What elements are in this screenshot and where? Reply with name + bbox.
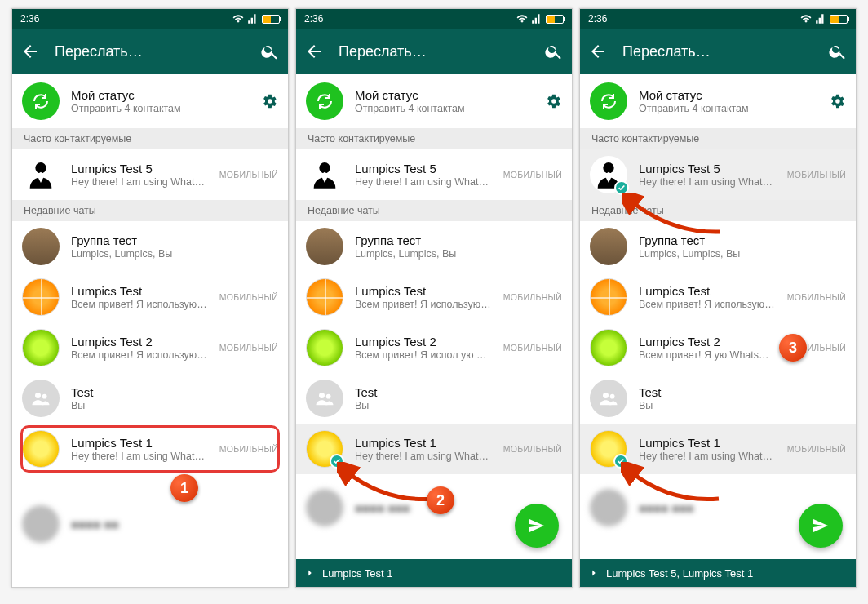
contact-lumpics-test[interactable]: Lumpics Test Всем привет! Я использую Wh… — [580, 272, 856, 322]
gear-icon[interactable] — [260, 92, 278, 110]
contact-lumpics-test-5[interactable]: Lumpics Test 5 Hey there! I am using Wha… — [12, 149, 288, 200]
svg-point-5 — [326, 394, 331, 399]
status-name: Мой статус — [639, 88, 817, 102]
app-header: Переслать… — [580, 29, 856, 74]
wifi-icon — [516, 13, 528, 24]
back-icon[interactable] — [588, 42, 608, 61]
contact-group-test[interactable]: Группа тест Lumpics, Lumpics, Вы — [580, 221, 856, 272]
avatar-blurred — [306, 489, 343, 526]
contact-name: Lumpics Test 2 — [71, 335, 208, 349]
phone-panel-3: 2:36 Переслать… Мой статус Отправить 4 к… — [579, 8, 857, 588]
phone-panel-2: 2:36 Переслать… Мой статус Отправить 4 к… — [295, 8, 573, 588]
send-fab[interactable] — [799, 504, 843, 548]
contact-lumpics-test-2[interactable]: Lumpics Test 2 Всем привет! Я использую … — [12, 322, 288, 373]
contact-sub: Hey there! I am using WhatsApp. — [355, 451, 492, 462]
section-recent: Недавние чаты — [12, 200, 288, 221]
gear-icon[interactable] — [544, 92, 562, 110]
contact-group-test[interactable]: Группа тест Lumpics, Lumpics, Вы — [12, 221, 288, 272]
contact-name-blurred: ■■■■ ■■ — [71, 517, 278, 531]
contact-name: Lumpics Test 2 — [639, 335, 776, 349]
selected-check-icon — [614, 180, 629, 195]
statusbar: 2:36 — [296, 9, 572, 29]
type-badge: МОБИЛЬНЫЙ — [219, 343, 278, 353]
status-sub: Отправить 4 контактам — [639, 103, 817, 114]
contact-lumpics-test-2[interactable]: Lumpics Test 2 Всем привет! Я ую WhatsAp… — [580, 322, 856, 373]
contact-sub: Hey there! I am using WhatsApp. — [639, 451, 776, 462]
avatar-group — [590, 228, 627, 265]
send-fab[interactable] — [515, 504, 559, 548]
svg-point-0 — [35, 162, 46, 173]
my-status-row[interactable]: Мой статус Отправить 4 контактам — [580, 74, 856, 128]
contact-lumpics-test[interactable]: Lumpics Test Всем привет! Я использую Wh… — [296, 272, 572, 322]
status-icons — [232, 13, 280, 24]
contact-test-group[interactable]: Test Вы — [580, 373, 856, 424]
header-title: Переслать… — [55, 43, 260, 60]
contact-sub: Lumpics, Lumpics, Вы — [355, 248, 562, 260]
status-icons — [800, 13, 848, 24]
app-header: Переслать… — [12, 29, 288, 74]
contact-lumpics-test-5[interactable]: Lumpics Test 5 Hey there! I am using Wha… — [580, 149, 856, 200]
section-recent: Недавние чаты — [580, 200, 856, 221]
contact-lumpics-test-5[interactable]: Lumpics Test 5 Hey there! I am using Wha… — [296, 149, 572, 200]
contact-group-test[interactable]: Группа тест Lumpics, Lumpics, Вы — [296, 221, 572, 272]
group-icon — [29, 387, 52, 410]
contact-test-group[interactable]: Test Вы — [296, 373, 572, 424]
search-icon[interactable] — [260, 42, 280, 61]
status-time: 2:36 — [304, 13, 323, 24]
my-status-row[interactable]: Мой статус Отправить 4 контактам — [296, 74, 572, 128]
contact-name: Test — [639, 385, 846, 399]
statusbar: 2:36 — [580, 9, 856, 29]
bottombar-text: Lumpics Test 5, Lumpics Test 1 — [606, 567, 753, 580]
contact-name: Test — [355, 385, 562, 399]
step-badge-3: 3 — [779, 334, 807, 362]
search-icon[interactable] — [828, 42, 848, 61]
my-status-row[interactable]: Мой статус Отправить 4 контактам — [12, 74, 288, 128]
type-badge: МОБИЛЬНЫЙ — [787, 444, 846, 454]
header-title: Переслать… — [339, 43, 544, 60]
wifi-icon — [232, 13, 244, 24]
contact-lumpics-test[interactable]: Lumpics Test Всем привет! Я использую Wh… — [12, 272, 288, 322]
contact-sub: Всем привет! Я испол ую WhatsApp. — [355, 349, 492, 361]
search-icon[interactable] — [544, 42, 564, 61]
wifi-icon — [800, 13, 812, 24]
contact-test-group[interactable]: Test Вы — [12, 373, 288, 424]
section-frequent: Часто контактируемые — [296, 128, 572, 149]
status-avatar — [306, 82, 343, 120]
avatar-yellow — [306, 430, 343, 468]
section-recent: Недавние чаты — [296, 200, 572, 221]
contact-lumpics-test-2[interactable]: Lumpics Test 2 Всем привет! Я испол ую W… — [296, 322, 572, 373]
contact-name: Lumpics Test 5 — [355, 162, 492, 175]
selection-bottombar: Lumpics Test 5, Lumpics Test 1 — [580, 559, 856, 587]
contact-name: Lumpics Test — [71, 284, 208, 298]
type-badge: МОБИЛЬНЫЙ — [503, 343, 562, 353]
group-icon — [597, 387, 620, 410]
contact-blurred-1[interactable]: ■■■■ ■■ — [12, 499, 288, 549]
signal-icon — [247, 13, 259, 24]
contact-sub: Вы — [639, 400, 846, 411]
contact-sub: Lumpics, Lumpics, Вы — [71, 248, 278, 260]
svg-point-7 — [603, 393, 609, 398]
status-avatar — [590, 82, 627, 120]
contact-lumpics-test-1[interactable]: Lumpics Test 1 Hey there! I am using Wha… — [12, 424, 288, 474]
gear-icon[interactable] — [828, 92, 846, 110]
status-sub: Отправить 4 контактам — [71, 103, 249, 114]
contact-sub: Всем привет! Я использую WhatsApp. — [71, 349, 208, 361]
contact-sub: Hey there! I am using WhatsApp. — [71, 176, 208, 188]
avatar-yellow — [590, 430, 627, 468]
avatar-yellow — [22, 430, 60, 468]
back-icon[interactable] — [20, 42, 40, 61]
svg-point-4 — [319, 393, 325, 398]
contact-sub: Hey there! I am using WhatsApp. — [71, 451, 208, 462]
contact-lumpics-test-1[interactable]: Lumpics Test 1 Hey there! I am using Wha… — [580, 424, 856, 474]
avatar-blurred — [590, 489, 627, 526]
signal-icon — [531, 13, 542, 24]
back-icon[interactable] — [304, 42, 324, 61]
svg-point-3 — [319, 162, 330, 173]
status-avatar — [22, 82, 60, 120]
contact-lumpics-test-1[interactable]: Lumpics Test 1 Hey there! I am using Wha… — [296, 424, 572, 474]
contact-name: Lumpics Test — [639, 284, 776, 298]
avatar-blurred — [22, 505, 60, 543]
type-badge: МОБИЛЬНЫЙ — [787, 292, 846, 302]
signal-icon — [815, 13, 826, 24]
type-badge: МОБИЛЬНЫЙ — [503, 170, 562, 180]
